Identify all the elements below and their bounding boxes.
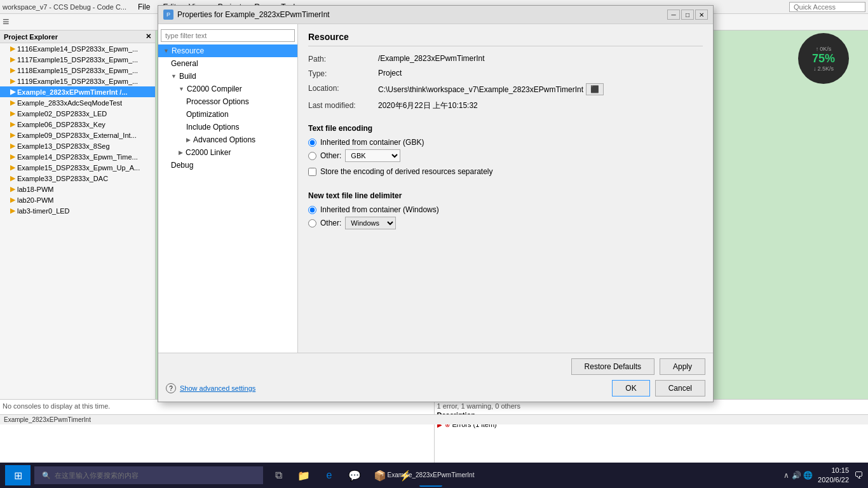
- tree-item[interactable]: ▶ lab3-timer0_LED: [0, 205, 155, 216]
- statusbar: Example_2823xEPwmTimerInt: [0, 414, 868, 424]
- cancel-button[interactable]: Cancel: [655, 380, 705, 396]
- dialog-title: Properties for Example_2823xEPwmTimerInt: [177, 10, 330, 19]
- content-title: Resource: [308, 32, 703, 46]
- tree-item[interactable]: ▶ lab18-PWM: [0, 184, 155, 194]
- tree-item[interactable]: ▶ lab20-PWM: [0, 194, 155, 205]
- taskbar-app-explorer[interactable]: 📁: [292, 464, 315, 487]
- folder-icon: ▶: [10, 174, 15, 182]
- tree-label: Example_2823xEPwmTimerInt /...: [17, 88, 127, 96]
- nav-label: Build: [179, 72, 196, 81]
- tree-item[interactable]: ▶ 1119Example15_DSP2833x_Epwm_...: [0, 76, 155, 86]
- panel-close-icon[interactable]: ✕: [146, 32, 151, 41]
- quick-access-input[interactable]: [789, 2, 865, 12]
- tree-item[interactable]: ▶ Example33_DSP2833x_DAC: [0, 173, 155, 184]
- taskbar-date-value: 2020/6/22: [818, 475, 849, 485]
- ok-button[interactable]: OK: [612, 380, 649, 396]
- minimize-button[interactable]: ─: [667, 10, 680, 20]
- encoding-other-radio[interactable]: [308, 152, 316, 160]
- tree-item[interactable]: ▶ Example09_DSP2833x_External_Int...: [0, 130, 155, 140]
- dialog-footer: Restore Defaults Apply ? Show advanced s…: [158, 353, 713, 402]
- nav-item-c2000-linker[interactable]: ▶ C2000 Linker: [158, 146, 297, 159]
- encoding-select[interactable]: GBK UTF-8 ISO-8859-1: [345, 149, 400, 162]
- dialog-nav: ▼ Resource General ▼ Build ▼ C2000 Compi…: [158, 24, 298, 353]
- maximize-button[interactable]: □: [681, 10, 694, 20]
- errors-panel: 1 error, 1 warning, 0 others Description…: [435, 400, 869, 463]
- taskbar-search-input[interactable]: [55, 471, 255, 479]
- tree-item[interactable]: ▶ 1117Example15_DSP2833x_Epwm_...: [0, 54, 155, 65]
- delimiter-other-row: Other: Windows Unix Mac: [308, 217, 703, 229]
- nav-item-advanced-options[interactable]: ▶ Advanced Options: [158, 133, 297, 146]
- menu-file[interactable]: File: [134, 2, 154, 12]
- chevron-right-icon: ▶: [179, 149, 183, 156]
- project-explorer-header: Project Explorer ✕: [0, 30, 155, 43]
- nav-filter-input[interactable]: [161, 29, 295, 42]
- search-icon: 🔍: [42, 471, 51, 480]
- tree-item-selected[interactable]: ▶ Example_2823xEPwmTimerInt /...: [0, 86, 155, 97]
- tree-label: Example13_DSP2833x_8Seg: [17, 142, 110, 150]
- store-encoding-checkbox[interactable]: [308, 168, 316, 176]
- nav-item-debug[interactable]: Debug: [158, 159, 297, 172]
- console-text: No consoles to display at this time.: [3, 402, 110, 410]
- nav-item-build[interactable]: ▼ Build: [158, 70, 297, 83]
- encoding-other-row: Other: GBK UTF-8 ISO-8859-1: [308, 149, 703, 162]
- chevron-down-icon: ▼: [171, 73, 177, 79]
- tree-item[interactable]: ▶ 1116Example14_DSP2833x_Epwm_...: [0, 43, 155, 54]
- nav-item-general[interactable]: General: [158, 57, 297, 70]
- footer-bottom-row: ? Show advanced settings OK Cancel: [166, 380, 705, 396]
- tree-item[interactable]: ▶ Example02_DSP2833x_LED: [0, 108, 155, 119]
- close-button[interactable]: ✕: [695, 10, 708, 20]
- tree-label: lab3-timer0_LED: [17, 207, 70, 215]
- tree-label: Example06_DSP2833x_Key: [17, 121, 105, 128]
- encoding-other-label: Other:: [320, 151, 341, 160]
- modified-row: Last modified: 2020年6月22日 上午10:15:32: [308, 100, 703, 111]
- start-button[interactable]: ⊞: [5, 465, 31, 485]
- nav-item-optimization[interactable]: Optimization: [158, 108, 297, 121]
- taskbar-app-taskview[interactable]: ⧉: [267, 464, 290, 487]
- folder-icon: ▶: [10, 98, 15, 107]
- chevron-right-icon: ▶: [186, 137, 191, 143]
- delimiter-inherited-radio[interactable]: [308, 206, 316, 214]
- taskbar-apps: ⧉ 📁 e 💬 📦 ⚡ Example_2823xEPwmTimerInt: [267, 464, 442, 487]
- bottom-panel: No consoles to display at this time. 1 e…: [0, 399, 868, 463]
- location-browse-button[interactable]: ⬛: [586, 83, 604, 95]
- tree-item[interactable]: ▶ Example14_DSP2833x_Epwm_Time...: [0, 151, 155, 162]
- folder-icon: ▶: [10, 120, 15, 128]
- project-explorer-title: Project Explorer: [4, 33, 58, 41]
- tree-item[interactable]: ▶ Example15_DSP2833x_Epwm_Up_A...: [0, 162, 155, 173]
- nav-label: Advanced Options: [193, 135, 255, 144]
- delimiter-inherited-label: Inherited from container (Windows): [320, 205, 439, 214]
- down-arrow-icon: ↓: [813, 65, 817, 72]
- tree-item[interactable]: ▶ Example_2833xAdcSeqModeTest: [0, 97, 155, 108]
- taskbar-active-window[interactable]: Example_2823xEPwmTimerInt: [419, 464, 442, 487]
- help-icon[interactable]: ?: [166, 383, 176, 393]
- nav-item-processor-options[interactable]: Processor Options: [158, 95, 297, 108]
- apply-button[interactable]: Apply: [660, 358, 705, 375]
- tree-item[interactable]: ▶ Example06_DSP2833x_Key: [0, 119, 155, 130]
- statusbar-text: Example_2823xEPwmTimerInt: [4, 416, 91, 423]
- taskbar-app-edge[interactable]: e: [318, 464, 341, 487]
- tree-item[interactable]: ▶ 1118Example15_DSP2833x_Epwm_...: [0, 65, 155, 76]
- delimiter-other-radio[interactable]: [308, 219, 316, 227]
- encoding-inherited-radio[interactable]: [308, 139, 316, 147]
- show-advanced-link[interactable]: Show advanced settings: [180, 384, 255, 392]
- errors-summary: 1 error, 1 warning, 0 others: [437, 402, 866, 410]
- nav-item-include-options[interactable]: Include Options: [158, 121, 297, 133]
- location-value: C:\Users\think\workspace_v7\Example_2823…: [378, 85, 583, 94]
- speed-indicator: ↑ 0K/s 75% ↓ 2.5K/s: [798, 33, 849, 84]
- notification-icon[interactable]: 🗨: [854, 470, 863, 480]
- delimiter-select[interactable]: Windows Unix Mac: [345, 217, 396, 229]
- dialog-content: Resource Path: /Example_2823xEPwmTimerIn…: [298, 24, 713, 353]
- tree-label: Example_2833xAdcSeqModeTest: [17, 99, 122, 107]
- nav-item-c2000-compiler[interactable]: ▼ C2000 Compiler: [158, 83, 297, 95]
- nav-item-resource[interactable]: ▼ Resource: [158, 44, 297, 57]
- restore-apply-buttons: Restore Defaults Apply: [166, 358, 705, 375]
- folder-icon: ▶: [10, 185, 15, 193]
- type-value: Project: [378, 69, 402, 78]
- encoding-inherited-label: Inherited from container (GBK): [320, 138, 424, 147]
- restore-defaults-button[interactable]: Restore Defaults: [571, 358, 654, 375]
- tree-label: Example33_DSP2833x_DAC: [17, 175, 108, 182]
- taskbar-app-wechat[interactable]: 💬: [343, 464, 366, 487]
- folder-icon: ▶: [10, 207, 15, 215]
- tree-item[interactable]: ▶ Example13_DSP2833x_8Seg: [0, 140, 155, 151]
- encoding-inherited-row: Inherited from container (GBK): [308, 138, 703, 147]
